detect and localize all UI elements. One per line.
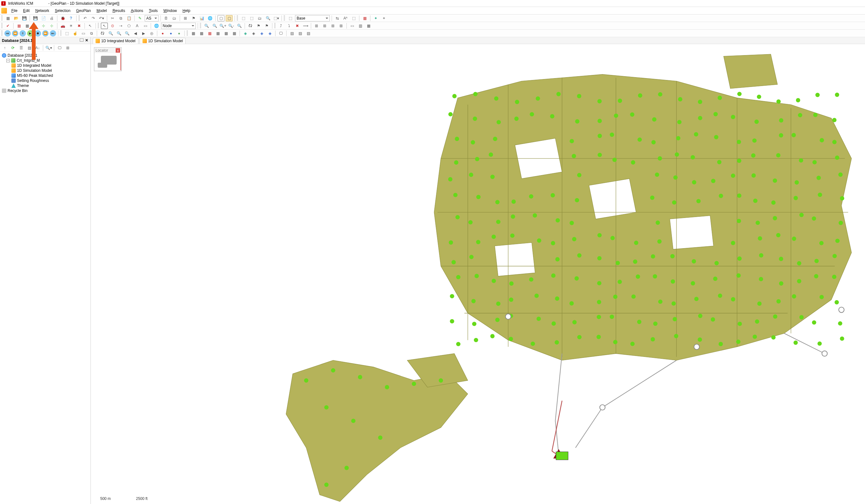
saveas-icon[interactable]: 💾: [32, 15, 39, 21]
misc2-icon[interactable]: ⬚: [350, 15, 357, 21]
gridtool-6-icon[interactable]: ▦: [231, 30, 238, 37]
results-flag-icon[interactable]: ⚑: [190, 15, 197, 21]
gridtool-3-icon[interactable]: ▦: [206, 30, 213, 37]
panel-3-icon[interactable]: ▤: [305, 30, 312, 37]
tree-list-icon[interactable]: ☰: [18, 45, 25, 51]
step-fwd-icon[interactable]: ⏩: [42, 30, 48, 37]
new-icon[interactable]: ▦: [4, 15, 11, 21]
tree-model-group[interactable]: − Crt_Intgrtd_M: [1, 58, 89, 63]
vehicle-icon[interactable]: 🚗: [59, 23, 66, 29]
misc3-icon[interactable]: ▦: [361, 15, 368, 21]
scenario-icon[interactable]: ⬚: [287, 15, 294, 21]
panel-close-icon[interactable]: ✕: [84, 38, 89, 43]
dot1-icon[interactable]: ●: [159, 30, 166, 37]
tree-details-icon[interactable]: ▤: [26, 45, 33, 51]
gridtool-1-icon[interactable]: ▦: [190, 30, 197, 37]
tab-simulation-model[interactable]: 1D Simulation Model: [140, 38, 186, 44]
misc5-icon[interactable]: ✦: [380, 15, 388, 21]
step-back-icon[interactable]: ⏪: [12, 30, 18, 37]
menu-results[interactable]: Results: [110, 8, 128, 13]
undo-dropdown-icon[interactable]: ↶▾: [98, 15, 105, 21]
misc1-icon[interactable]: ⇆: [334, 15, 341, 21]
delete-icon[interactable]: ✖: [76, 23, 83, 29]
cut-icon[interactable]: ✂: [109, 15, 116, 21]
tree-integrated-model[interactable]: 1D Integrated Model: [1, 63, 89, 68]
record-icon[interactable]: ⏺: [35, 30, 41, 37]
schedule-icon[interactable]: 🗓: [163, 15, 170, 21]
highlight-icon[interactable]: ✎: [137, 15, 143, 21]
collapse-icon[interactable]: −: [6, 59, 10, 62]
zoom-fit-icon[interactable]: 🔍: [265, 15, 272, 21]
pause-icon[interactable]: ⏸: [20, 30, 26, 37]
forward-end-icon[interactable]: ⏭: [50, 30, 56, 37]
commit-icon[interactable]: 📄: [40, 15, 47, 21]
tree-database-root[interactable]: Database [2024.1: [1, 53, 89, 58]
dot2-icon[interactable]: ●: [168, 30, 174, 37]
loop-icon[interactable]: 🗘: [99, 30, 106, 37]
copy-icon[interactable]: ⧉: [117, 15, 124, 21]
dot3-icon[interactable]: ●: [176, 30, 183, 37]
menu-model[interactable]: Model: [94, 8, 109, 13]
sel-clear-icon[interactable]: ⬚: [64, 30, 70, 37]
flag-icon[interactable]: 🐞: [59, 15, 66, 21]
mesh4-icon[interactable]: ⊞: [338, 23, 345, 29]
select-link-icon[interactable]: ⇢: [117, 23, 124, 29]
section3-icon[interactable]: ▦: [365, 23, 372, 29]
rewind-start-icon[interactable]: ⏮: [4, 30, 11, 37]
trace-path-icon[interactable]: ⟿: [302, 23, 309, 29]
overlay-3-icon[interactable]: ◈: [258, 30, 265, 37]
sun-icon[interactable]: ☀: [68, 23, 74, 29]
results-chart-icon[interactable]: 📊: [198, 15, 205, 21]
link-tool-icon[interactable]: ⊹: [40, 23, 47, 29]
print-icon[interactable]: 🖨: [48, 15, 55, 21]
section1-icon[interactable]: ▭: [349, 23, 356, 29]
trace-down-icon[interactable]: ⤵: [286, 23, 292, 29]
alpha-icon[interactable]: Aᴬ: [342, 15, 349, 21]
nav-right-icon[interactable]: ▶: [140, 30, 147, 37]
zoom-in-icon[interactable]: 🔍+: [219, 23, 226, 29]
mesh2-icon[interactable]: ⊞: [321, 23, 328, 29]
undo-icon[interactable]: ↶: [82, 15, 89, 21]
app-menu-icon[interactable]: [1, 8, 7, 13]
target-icon[interactable]: ◎: [148, 30, 155, 37]
layer-globe-icon[interactable]: 🌐: [153, 23, 160, 29]
sel-copy-icon[interactable]: ⧉: [88, 30, 95, 37]
menu-window[interactable]: Window: [161, 8, 180, 13]
select-tool-icon[interactable]: ↖: [101, 23, 108, 29]
tree-sort-icon[interactable]: A↓: [34, 45, 41, 51]
cascade-icon[interactable]: 🗂: [256, 15, 263, 21]
nav-left-icon[interactable]: ◀: [132, 30, 139, 37]
run-sim-icon[interactable]: 🗂: [171, 15, 178, 21]
zoom-b-icon[interactable]: 🔍: [115, 30, 122, 37]
panel-restore-icon[interactable]: [80, 38, 83, 42]
flag3-icon[interactable]: ⚑: [263, 23, 270, 29]
gridtool-5-icon[interactable]: ▦: [222, 30, 230, 37]
overlay-2-icon[interactable]: ◈: [250, 30, 257, 37]
menu-geoplan[interactable]: GeoPlan: [73, 8, 93, 13]
network-map[interactable]: [91, 44, 865, 504]
tree-monitor-icon[interactable]: 🖵: [56, 45, 63, 51]
object-type-combo[interactable]: Node: [161, 23, 196, 29]
layers-icon[interactable]: ⬚▾: [273, 15, 280, 21]
menu-network[interactable]: Network: [33, 8, 52, 13]
panel-1-icon[interactable]: ▤: [288, 30, 296, 37]
polygon-tool-icon[interactable]: ⊹: [48, 23, 55, 29]
menu-selection[interactable]: Selection: [52, 8, 73, 13]
overlay-1-icon[interactable]: ◈: [242, 30, 249, 37]
redo-icon[interactable]: ↷: [90, 15, 97, 21]
menu-tools[interactable]: Tools: [146, 8, 160, 13]
open-icon[interactable]: 📂: [13, 15, 20, 21]
grid2-icon[interactable]: ▦: [24, 23, 31, 29]
help-icon[interactable]: ?: [68, 15, 74, 21]
sel-hand-icon[interactable]: ☝: [71, 30, 79, 37]
results-grid-icon[interactable]: ⊞: [182, 15, 189, 21]
select-poly-icon[interactable]: ⬠: [126, 23, 132, 29]
sel-box-icon[interactable]: ▭: [80, 30, 87, 37]
zoom-c-icon[interactable]: 🔍: [124, 30, 130, 37]
select-node-icon[interactable]: ⊙: [109, 23, 116, 29]
node-tool-icon[interactable]: ⊹: [32, 23, 39, 29]
geoplan-canvas[interactable]: 1D Integrated Model 1D Simulation Model …: [91, 37, 865, 504]
tree-peak-matched[interactable]: M5-60 Peak Matched: [1, 73, 89, 78]
mesh3-icon[interactable]: ⊞: [330, 23, 336, 29]
results-globe-icon[interactable]: 🌐: [207, 15, 214, 21]
